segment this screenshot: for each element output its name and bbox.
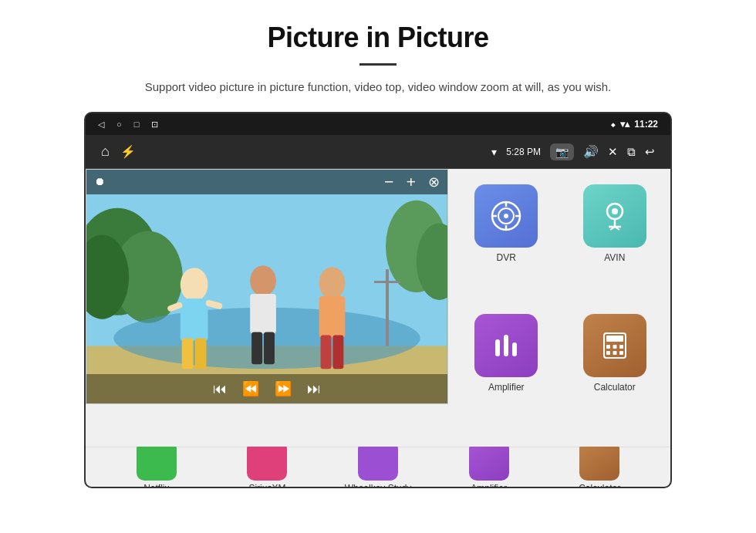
home-nav-icon[interactable]: ○ bbox=[116, 120, 122, 129]
svg-rect-17 bbox=[264, 332, 275, 365]
pip-overlay[interactable]: ⏺ − + ⊗ ⏮ ⏪ ⏩ ⏭ bbox=[86, 169, 448, 404]
app-icon-amplifier[interactable]: Amplifier bbox=[458, 314, 555, 431]
calculator-bottom-label: Calculator bbox=[579, 483, 620, 488]
pip-icon[interactable]: ⧉ bbox=[627, 145, 636, 159]
bookmark-icon: ⊡ bbox=[151, 120, 158, 130]
back-icon[interactable]: ↩ bbox=[645, 145, 655, 159]
svg-rect-21 bbox=[332, 336, 343, 369]
wifi-icon: ▾ bbox=[491, 146, 497, 158]
bottom-item-wheelkey[interactable]: Wheelkey Study bbox=[328, 440, 428, 488]
nav-bar-left: ⌂ ⚡ bbox=[101, 143, 136, 160]
home-icon[interactable]: ⌂ bbox=[101, 143, 110, 160]
svg-rect-19 bbox=[319, 296, 346, 338]
pip-minus-button[interactable]: − bbox=[384, 172, 394, 192]
page-description: Support video picture in picture functio… bbox=[145, 78, 611, 96]
siriusxm-bottom-label: SiriusXM bbox=[248, 483, 285, 488]
android-nav-bar: ⌂ ⚡ ▾ 5:28 PM 📷 🔊 ✕ ⧉ ↩ bbox=[86, 135, 670, 169]
pip-next-button[interactable]: ⏭ bbox=[307, 381, 321, 397]
pip-top-bar: ⏺ − + ⊗ bbox=[86, 170, 447, 194]
app-icon-grid: DVR AVIN bbox=[451, 169, 670, 447]
svg-rect-12 bbox=[182, 339, 194, 369]
avin-icon-svg bbox=[598, 199, 632, 233]
svg-rect-41 bbox=[613, 345, 616, 349]
svg-rect-11 bbox=[181, 299, 208, 341]
svg-point-32 bbox=[612, 208, 618, 214]
app-icon-calculator[interactable]: Calculator bbox=[567, 314, 663, 431]
netflix-bottom-label: Netflix bbox=[143, 483, 169, 488]
avin-label: AVIN bbox=[604, 252, 625, 263]
app-labels-row: Netflix SiriusXM Wheelkey Study Amplifie… bbox=[86, 447, 670, 487]
video-scene-svg bbox=[86, 170, 447, 403]
signal-icon: ▾▴ bbox=[620, 119, 629, 130]
svg-rect-40 bbox=[606, 345, 610, 349]
app-icon-dvr[interactable]: DVR bbox=[458, 184, 555, 302]
svg-rect-39 bbox=[606, 336, 623, 342]
svg-rect-9 bbox=[374, 281, 400, 283]
svg-rect-36 bbox=[504, 335, 508, 356]
svg-point-10 bbox=[181, 268, 208, 302]
svg-rect-43 bbox=[606, 351, 610, 355]
dvr-icon-svg bbox=[489, 199, 523, 233]
page-title: Picture in Picture bbox=[267, 22, 488, 54]
pip-forward-button[interactable]: ⏩ bbox=[275, 380, 292, 397]
svg-rect-13 bbox=[195, 339, 207, 369]
svg-rect-16 bbox=[251, 332, 262, 365]
pip-prev-button[interactable]: ⏮ bbox=[213, 381, 227, 397]
bottom-item-calculator[interactable]: Calculator bbox=[549, 440, 650, 488]
page-wrapper: Picture in Picture Support video picture… bbox=[0, 0, 756, 488]
x-icon[interactable]: ✕ bbox=[608, 145, 618, 159]
pip-size-controls[interactable]: − + ⊗ bbox=[384, 172, 440, 192]
title-divider bbox=[359, 63, 397, 66]
bottom-item-siriusxm[interactable]: SiriusXM bbox=[217, 440, 317, 488]
camera-icon[interactable]: 📷 bbox=[550, 143, 574, 160]
dvr-label: DVR bbox=[497, 252, 516, 263]
svg-rect-8 bbox=[386, 269, 389, 346]
status-bar-right: ⬥ ▾▴ 11:22 bbox=[610, 119, 658, 130]
svg-rect-44 bbox=[613, 351, 616, 355]
svg-rect-15 bbox=[250, 294, 276, 334]
svg-rect-42 bbox=[619, 345, 623, 349]
wheelkey-bottom-label: Wheelkey Study bbox=[345, 483, 412, 488]
svg-point-14 bbox=[250, 265, 276, 296]
svg-point-18 bbox=[319, 267, 346, 299]
app-icon-avin[interactable]: AVIN bbox=[567, 184, 663, 302]
status-time: 11:22 bbox=[634, 119, 658, 130]
pip-rewind-button[interactable]: ⏪ bbox=[242, 380, 259, 397]
recents-nav-icon[interactable]: □ bbox=[134, 120, 140, 129]
bottom-item-netflix[interactable]: Netflix bbox=[106, 440, 207, 488]
nav-bar-right: ▾ 5:28 PM 📷 🔊 ✕ ⧉ ↩ bbox=[491, 143, 655, 160]
amplifier-icon-svg bbox=[489, 329, 523, 363]
nav-time: 5:28 PM bbox=[506, 147, 541, 157]
svg-rect-35 bbox=[495, 339, 500, 356]
amplifier-bottom-label: Amplifier bbox=[471, 483, 507, 488]
bottom-item-amplifier[interactable]: Amplifier bbox=[439, 440, 539, 488]
android-status-bar: ◁ ○ □ ⊡ ⬥ ▾▴ 11:22 bbox=[86, 113, 670, 135]
back-nav-icon[interactable]: ◁ bbox=[98, 120, 104, 130]
calculator-icon-svg bbox=[598, 329, 632, 363]
svg-rect-37 bbox=[512, 342, 517, 356]
volume-icon[interactable]: 🔊 bbox=[583, 144, 599, 159]
pip-video-bg bbox=[86, 170, 447, 403]
calculator-icon-box[interactable] bbox=[583, 314, 646, 377]
pip-record-icon: ⏺ bbox=[94, 176, 105, 188]
svg-rect-45 bbox=[619, 351, 623, 355]
dvr-icon-box[interactable] bbox=[474, 184, 538, 248]
app-content: ⏺ − + ⊗ ⏮ ⏪ ⏩ ⏭ bbox=[86, 169, 670, 447]
calculator-label: Calculator bbox=[594, 382, 636, 393]
pip-close-button[interactable]: ⊗ bbox=[428, 174, 440, 191]
amplifier-label: Amplifier bbox=[488, 382, 525, 393]
pip-plus-button[interactable]: + bbox=[406, 172, 416, 192]
pip-controls-bar[interactable]: ⏮ ⏪ ⏩ ⏭ bbox=[86, 374, 447, 403]
status-bar-left: ◁ ○ □ ⊡ bbox=[98, 120, 158, 130]
svg-rect-20 bbox=[321, 336, 332, 369]
device-frame: ◁ ○ □ ⊡ ⬥ ▾▴ 11:22 ⌂ ⚡ ▾ 5:28 PM 📷 🔊 bbox=[84, 112, 672, 488]
usb-icon: ⚡ bbox=[120, 144, 136, 159]
amplifier-icon-box[interactable] bbox=[474, 314, 538, 377]
avin-icon-box[interactable] bbox=[583, 184, 646, 248]
svg-point-26 bbox=[504, 214, 508, 218]
location-icon: ⬥ bbox=[610, 119, 616, 130]
